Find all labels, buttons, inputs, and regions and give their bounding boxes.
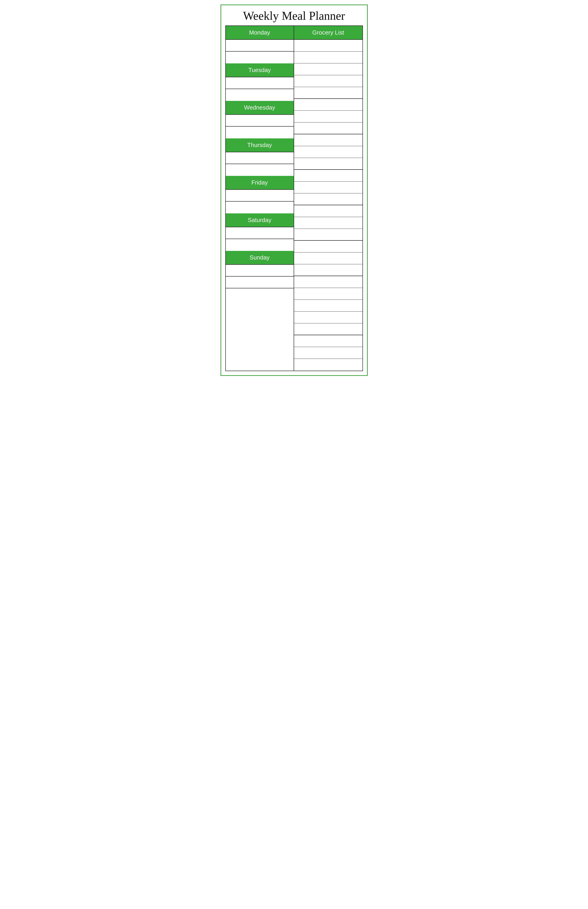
monday-section: Monday: [226, 26, 294, 63]
friday-section: Friday: [226, 176, 294, 214]
grocery-column: Grocery List: [294, 26, 362, 370]
grocery-rows: [294, 40, 362, 370]
sunday-row-2[interactable]: [226, 277, 294, 288]
monday-row-2[interactable]: [226, 52, 294, 63]
grocery-row-21[interactable]: [294, 276, 362, 288]
monday-rows: [226, 40, 294, 63]
thursday-row-2[interactable]: [226, 164, 294, 176]
thursday-row-1[interactable]: [226, 152, 294, 164]
grocery-row-14[interactable]: [294, 193, 362, 205]
grocery-row-6[interactable]: [294, 99, 362, 111]
thursday-rows: [226, 152, 294, 176]
grocery-row-25[interactable]: [294, 323, 362, 335]
grocery-row-3[interactable]: [294, 63, 362, 75]
thursday-section: Thursday: [226, 138, 294, 176]
sunday-header: Sunday: [226, 251, 294, 265]
sunday-rows: [226, 265, 294, 300]
friday-header: Friday: [226, 176, 294, 190]
monday-header: Monday: [226, 26, 294, 40]
grocery-row-24[interactable]: [294, 312, 362, 323]
grocery-row-26[interactable]: [294, 335, 362, 347]
saturday-rows: [226, 227, 294, 251]
tuesday-rows: [226, 77, 294, 101]
saturday-section: Saturday: [226, 214, 294, 251]
tuesday-section: Tuesday: [226, 63, 294, 101]
grocery-row-23[interactable]: [294, 300, 362, 312]
thursday-header: Thursday: [226, 138, 294, 152]
tuesday-header: Tuesday: [226, 63, 294, 77]
grocery-row-22[interactable]: [294, 288, 362, 300]
grocery-row-15[interactable]: [294, 205, 362, 217]
friday-row-1[interactable]: [226, 190, 294, 202]
grocery-row-16[interactable]: [294, 217, 362, 229]
wednesday-rows: [226, 115, 294, 138]
grocery-row-5[interactable]: [294, 87, 362, 99]
saturday-row-1[interactable]: [226, 227, 294, 239]
friday-rows: [226, 190, 294, 214]
wednesday-row-1[interactable]: [226, 115, 294, 126]
saturday-header: Saturday: [226, 214, 294, 227]
saturday-row-2[interactable]: [226, 239, 294, 251]
grocery-row-9[interactable]: [294, 134, 362, 146]
grocery-row-17[interactable]: [294, 229, 362, 241]
grocery-row-1[interactable]: [294, 40, 362, 52]
sunday-row-3[interactable]: [226, 288, 294, 300]
grocery-row-20[interactable]: [294, 264, 362, 276]
tuesday-row-1[interactable]: [226, 77, 294, 89]
wednesday-row-2[interactable]: [226, 126, 294, 138]
page-container: Weekly Meal Planner Monday Tuesday: [221, 5, 368, 376]
friday-row-2[interactable]: [226, 202, 294, 214]
grocery-row-4[interactable]: [294, 75, 362, 87]
wednesday-header: Wednesday: [226, 101, 294, 115]
tuesday-row-2[interactable]: [226, 89, 294, 101]
grocery-row-13[interactable]: [294, 181, 362, 193]
days-column: Monday Tuesday Wednesday: [226, 26, 294, 370]
grocery-row-2[interactable]: [294, 52, 362, 63]
grocery-row-18[interactable]: [294, 241, 362, 252]
page-title: Weekly Meal Planner: [225, 9, 363, 22]
grocery-header: Grocery List: [294, 26, 362, 40]
grocery-row-19[interactable]: [294, 252, 362, 264]
grocery-row-8[interactable]: [294, 123, 362, 134]
wednesday-section: Wednesday: [226, 101, 294, 138]
grocery-row-10[interactable]: [294, 146, 362, 158]
main-grid: Monday Tuesday Wednesday: [225, 26, 363, 371]
monday-row-1[interactable]: [226, 40, 294, 52]
grocery-row-28[interactable]: [294, 359, 362, 370]
sunday-section: Sunday: [226, 251, 294, 300]
grocery-row-27[interactable]: [294, 347, 362, 359]
grocery-row-7[interactable]: [294, 111, 362, 123]
grocery-row-11[interactable]: [294, 158, 362, 170]
grocery-row-12[interactable]: [294, 170, 362, 181]
sunday-row-1[interactable]: [226, 265, 294, 277]
